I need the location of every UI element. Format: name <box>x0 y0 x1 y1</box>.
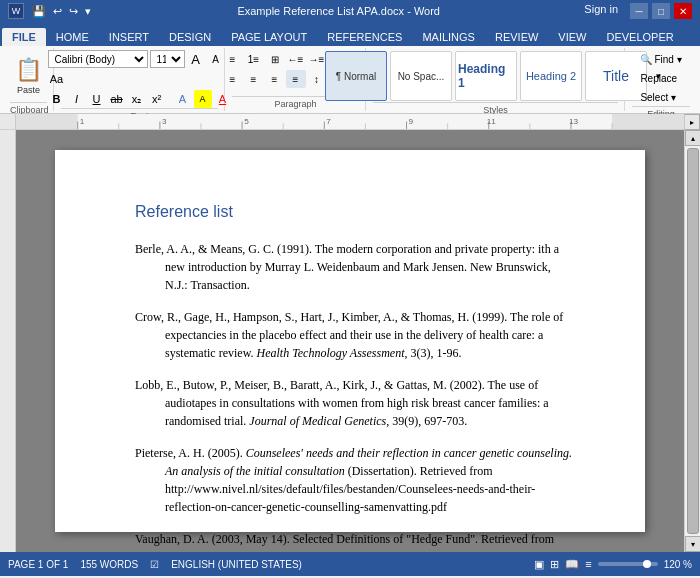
ref-entry-2: Crow, R., Gage, H., Hampson, S., Hart, J… <box>165 308 575 362</box>
scroll-right-btn[interactable]: ▸ <box>684 114 700 130</box>
ribbon-tab-bar: FILE HOME INSERT DESIGN PAGE LAYOUT REFE… <box>0 22 700 46</box>
document-area: Reference list Berle, A. A., & Means, G.… <box>16 130 684 552</box>
layout-web-icon[interactable]: ⊞ <box>550 558 559 571</box>
maximize-button[interactable]: □ <box>652 3 670 19</box>
svg-text:11: 11 <box>487 118 496 127</box>
find-button[interactable]: 🔍 Find ▾ <box>633 50 688 68</box>
ribbon-body: 📋 Paste Clipboard Calibri (Body) 11 A A … <box>0 46 700 114</box>
style-heading1[interactable]: Heading 1 <box>455 51 517 101</box>
tab-page-layout[interactable]: PAGE LAYOUT <box>221 28 317 46</box>
ref-entry-4: Pieterse, A. H. (2005). Counselees' need… <box>165 444 575 516</box>
save-button[interactable]: 💾 <box>30 4 48 19</box>
close-button[interactable]: ✕ <box>674 3 692 19</box>
redo-button[interactable]: ↪ <box>67 4 80 19</box>
word-icon: W <box>8 3 24 19</box>
left-ruler <box>0 130 16 552</box>
scroll-thumb[interactable] <box>687 148 699 534</box>
numbering-button[interactable]: 1≡ <box>244 50 264 68</box>
tab-mailings[interactable]: MAILINGS <box>412 28 485 46</box>
strikethrough-button[interactable]: ab <box>108 90 126 108</box>
style-no-spacing[interactable]: No Spac... <box>390 51 452 101</box>
clipboard-group: 📋 Paste Clipboard <box>4 48 54 111</box>
italic-button[interactable]: I <box>68 90 86 108</box>
tab-view[interactable]: VIEW <box>548 28 596 46</box>
layout-read-icon[interactable]: 📖 <box>565 558 579 571</box>
ref-entry-3-italic: Journal of Medical Genetics <box>249 414 386 428</box>
document-page: Reference list Berle, A. A., & Means, G.… <box>55 150 645 532</box>
bold-button[interactable]: B <box>48 90 66 108</box>
font-name-dropdown[interactable]: Calibri (Body) <box>48 50 148 68</box>
window-title: Example Reference List APA.docx - Word <box>93 5 584 17</box>
svg-text:9: 9 <box>409 118 414 127</box>
vertical-scrollbar[interactable]: ▴ ▾ <box>684 130 700 552</box>
highlight-button[interactable]: A <box>194 90 212 108</box>
justify-button[interactable]: ≡ <box>286 70 306 88</box>
tab-home[interactable]: HOME <box>46 28 99 46</box>
svg-rect-1 <box>16 114 78 129</box>
undo-button[interactable]: ↩ <box>51 4 64 19</box>
layout-outline-icon[interactable]: ≡ <box>585 558 591 570</box>
svg-text:3: 3 <box>162 118 167 127</box>
svg-text:5: 5 <box>244 118 249 127</box>
zoom-thumb <box>643 560 651 568</box>
styles-container: ¶ Normal No Spac... Heading 1 Heading 2 … <box>325 50 666 102</box>
scroll-down-button[interactable]: ▾ <box>685 536 701 552</box>
language-indicator[interactable]: ENGLISH (UNITED STATES) <box>171 559 302 570</box>
tab-references[interactable]: REFERENCES <box>317 28 412 46</box>
style-normal-label: ¶ Normal <box>336 71 376 82</box>
align-center-button[interactable]: ≡ <box>244 70 264 88</box>
style-heading2[interactable]: Heading 2 <box>520 51 582 101</box>
customize-button[interactable]: ▾ <box>83 4 93 19</box>
svg-text:7: 7 <box>326 118 331 127</box>
title-bar-left: W 💾 ↩ ↪ ▾ <box>8 3 93 19</box>
ref-entry-3: Lobb, E., Butow, P., Meiser, B., Baratt,… <box>165 376 575 430</box>
svg-text:1: 1 <box>80 118 85 127</box>
ref-entry-1-text: Berle, A. A., & Means, G. C. (1991). The… <box>135 242 559 292</box>
svg-rect-0 <box>16 114 684 129</box>
font-controls: Calibri (Body) 11 A A Aa B I U ab x₂ x² … <box>48 50 232 108</box>
styles-controls: ¶ Normal No Spac... Heading 1 Heading 2 … <box>325 50 666 102</box>
style-normal[interactable]: ¶ Normal <box>325 51 387 101</box>
zoom-slider[interactable] <box>598 562 658 566</box>
style-heading1-label: Heading 1 <box>458 62 514 90</box>
align-right-button[interactable]: ≡ <box>265 70 285 88</box>
subscript-button[interactable]: x₂ <box>128 90 146 108</box>
clear-format-button[interactable]: Aa <box>48 70 66 88</box>
tab-design[interactable]: DESIGN <box>159 28 221 46</box>
svg-rect-2 <box>612 114 684 129</box>
tab-insert[interactable]: INSERT <box>99 28 159 46</box>
select-button[interactable]: Select ▾ <box>633 88 683 106</box>
tab-review[interactable]: REVIEW <box>485 28 548 46</box>
align-left-button[interactable]: ≡ <box>223 70 243 88</box>
decrease-indent-button[interactable]: ←≡ <box>286 50 306 68</box>
reference-list-title: Reference list <box>135 200 575 224</box>
status-left: PAGE 1 OF 1 155 WORDS ☑ ENGLISH (UNITED … <box>8 559 302 570</box>
ref-entry-3-text: Lobb, E., Butow, P., Meiser, B., Baratt,… <box>135 378 549 428</box>
multilevel-button[interactable]: ⊞ <box>265 50 285 68</box>
status-bar: PAGE 1 OF 1 155 WORDS ☑ ENGLISH (UNITED … <box>0 552 700 576</box>
text-effect-button[interactable]: A <box>174 90 192 108</box>
increase-indent-button[interactable]: →≡ <box>307 50 327 68</box>
zoom-level: 120 % <box>664 559 692 570</box>
ruler-main: 1 3 5 7 9 11 13 <box>16 114 684 129</box>
tab-developer[interactable]: DEVELOPER <box>596 28 683 46</box>
font-size-dropdown[interactable]: 11 <box>150 50 185 68</box>
underline-button[interactable]: U <box>88 90 106 108</box>
superscript-button[interactable]: x² <box>148 90 166 108</box>
paste-label: Paste <box>17 85 40 95</box>
status-right: ▣ ⊞ 📖 ≡ 120 % <box>534 558 692 571</box>
tab-file[interactable]: FILE <box>2 28 46 46</box>
quick-access-toolbar: 💾 ↩ ↪ ▾ <box>30 4 93 19</box>
paste-button[interactable]: 📋 Paste <box>6 50 52 102</box>
ref-entry-4-italic: Counselees' needs and their reflection i… <box>165 446 572 478</box>
layout-print-icon[interactable]: ▣ <box>534 558 544 571</box>
editing-group: 🔍 Find ▾ Replace Select ▾ Editing <box>626 48 696 111</box>
line-spacing-button[interactable]: ↕ <box>307 70 327 88</box>
replace-button[interactable]: Replace <box>633 69 684 87</box>
minimize-button[interactable]: ─ <box>630 3 648 19</box>
sign-in-link[interactable]: Sign in <box>584 3 618 19</box>
scroll-up-button[interactable]: ▴ <box>685 130 701 146</box>
bullets-button[interactable]: ≡ <box>223 50 243 68</box>
style-heading2-label: Heading 2 <box>526 70 576 82</box>
grow-font-button[interactable]: A <box>187 50 205 68</box>
